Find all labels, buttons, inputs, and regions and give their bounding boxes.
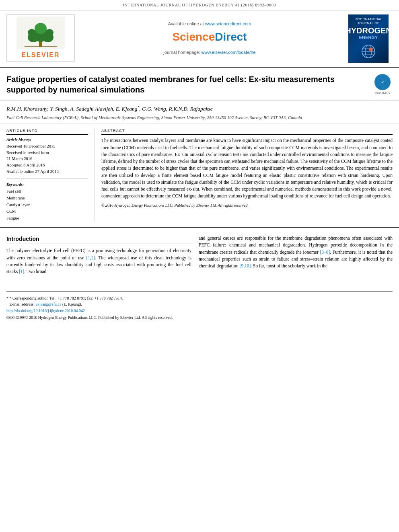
elsevier-logo-area: ELSEVIER [6, 14, 75, 63]
received-1: Received 18 December 2015 [6, 143, 88, 150]
journal-cover-globe-icon [360, 43, 376, 60]
intro-left-text: The polymer electrolyte fuel cell (PEFC)… [6, 247, 191, 275]
header-right: International Journal of HYDROGEN ENERGY [344, 14, 393, 63]
abstract-text: The interactions between catalyst layers… [101, 137, 393, 208]
journal-homepage-url[interactable]: www.elsevier.com/locate/he [202, 50, 256, 55]
sciencedirect-logo: ScienceDirect [172, 29, 247, 45]
svg-point-6 [28, 29, 36, 36]
issn-line: 0360-3199/© 2016 Hydrogen Energy Publica… [6, 315, 393, 321]
body-content: Introduction The polymer electrolyte fue… [0, 228, 399, 281]
title-section: Fatigue properties of catalyst coated me… [0, 68, 399, 101]
page: INTERNATIONAL JOURNAL OF HYDROGEN ENERGY… [0, 0, 399, 532]
body-col-left: Introduction The polymer electrolyte fue… [6, 235, 191, 275]
ref-1-2[interactable]: [1,2] [86, 255, 95, 260]
available-online: Available online at www.sciencedirect.co… [168, 21, 251, 27]
article-title: Fatigue properties of catalyst coated me… [6, 74, 336, 95]
article-history-group: Article history: Received 18 December 20… [6, 137, 88, 175]
body-col-right: and general causes are responsible for t… [199, 235, 393, 275]
crossmark-label: CrossMark [372, 91, 393, 96]
doi-link[interactable]: http://dx.doi.org/10.1016/j.ijhydene.201… [6, 308, 85, 313]
elsevier-logo-box: ELSEVIER [6, 14, 75, 62]
article-info-col: ARTICLE INFO Article history: Received 1… [6, 128, 95, 222]
introduction-heading: Introduction [6, 235, 191, 244]
ref-1[interactable]: [1] [19, 269, 24, 274]
email-line: E-mail address: ekjeang@sfu.ca (E. Kjean… [6, 301, 393, 307]
corresponding-note: * * Corresponding author. Tel.: +1 778 7… [6, 295, 393, 301]
sciencedirect-science: Science [172, 31, 215, 43]
authors-section: R.M.H. Khorasany, Y. Singh, A. Sadeghi A… [0, 101, 399, 123]
available-online: Available online 27 April 2016 [6, 168, 88, 175]
keyword-catalyst-layer: Catalyst layer [6, 202, 88, 209]
footer-area: * * Corresponding author. Tel.: +1 778 7… [0, 285, 399, 325]
header-area: ELSEVIER Available online at www.science… [0, 10, 399, 68]
corresponding-text: * Corresponding author. Tel.: +1 778 782… [10, 296, 123, 300]
keyword-fuel-cell: Fuel cell [6, 188, 88, 195]
email-link[interactable]: ekjeang@sfu.ca [35, 302, 61, 306]
email-label: E-mail address: [6, 302, 35, 306]
journal-cover-energy: ENERGY [359, 35, 378, 41]
intro-right-text: and general causes are responsible for t… [199, 235, 393, 269]
received-revised: Received in revised form21 March 2016 [6, 150, 88, 162]
svg-text:✓: ✓ [381, 80, 384, 84]
elsevier-tree-icon [16, 16, 65, 49]
journal-cover-subtitle: International Journal of [355, 17, 383, 25]
header-center: Available online at www.sciencedirect.co… [79, 14, 340, 63]
svg-point-5 [35, 23, 47, 34]
divider-1 [6, 178, 88, 179]
journal-bar-text: INTERNATIONAL JOURNAL OF HYDROGEN ENERGY… [123, 3, 276, 7]
journal-homepage: journal homepage: www.elsevier.com/locat… [163, 49, 255, 56]
sciencedirect-url[interactable]: www.sciencedirect.com [205, 21, 251, 26]
article-info-heading: ARTICLE INFO [6, 128, 88, 135]
keyword-ccm: CCM [6, 208, 88, 215]
crossmark-svg: ✓ [377, 76, 388, 88]
corresponding-asterisk: * [6, 296, 10, 300]
keyword-fatigue: Fatigue [6, 215, 88, 222]
email-person: (E. Kjeang). [62, 302, 82, 306]
accepted: Accepted 6 April 2016 [6, 162, 88, 168]
abstract-heading: ABSTRACT [101, 128, 393, 135]
keywords-label: Keywords: [6, 182, 88, 188]
sciencedirect-direct: Direct [215, 31, 247, 43]
affiliation-line: Fuel Cell Research Laboratory (FCReL), S… [6, 115, 393, 121]
copyright-line: © 2016 Hydrogen Energy Publications LLC.… [101, 202, 393, 208]
svg-point-7 [45, 29, 53, 36]
elsevier-text: ELSEVIER [8, 50, 73, 60]
journal-bar: INTERNATIONAL JOURNAL OF HYDROGEN ENERGY… [0, 0, 399, 10]
crossmark-area[interactable]: ✓ CrossMark [372, 74, 393, 96]
footer-divider [6, 292, 393, 292]
article-info-abstract: ARTICLE INFO Article history: Received 1… [0, 123, 399, 228]
crossmark-icon[interactable]: ✓ [374, 74, 391, 90]
svg-point-14 [369, 47, 373, 51]
history-label: Article history: [6, 137, 88, 143]
ref-9-10[interactable]: [9,10] [240, 263, 251, 268]
abstract-col: ABSTRACT The interactions between cataly… [95, 128, 393, 222]
keyword-membrane: Membrane [6, 195, 88, 202]
authors-line: R.M.H. Khorasany, Y. Singh, A. Sadeghi A… [6, 105, 393, 113]
doi-line: http://dx.doi.org/10.1016/j.ijhydene.201… [6, 308, 393, 314]
journal-cover: International Journal of HYDROGEN ENERGY [348, 14, 389, 63]
journal-cover-h2: HYDROGEN [348, 27, 389, 35]
ref-3-8[interactable]: [3–8] [320, 250, 330, 255]
